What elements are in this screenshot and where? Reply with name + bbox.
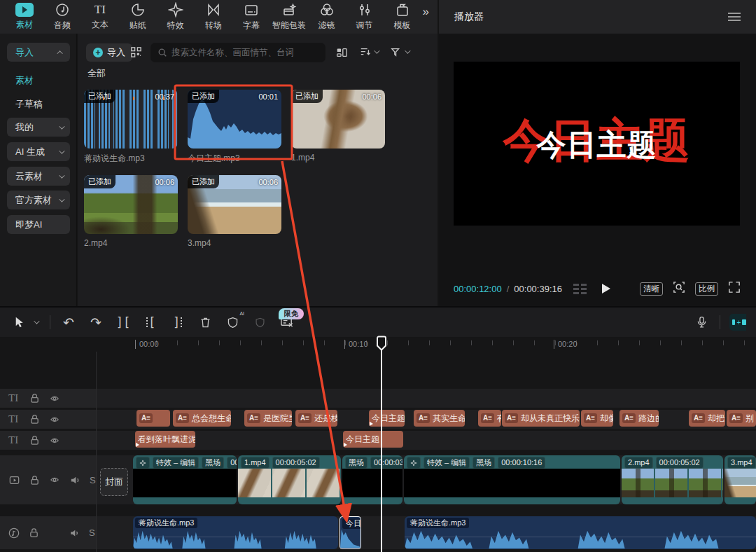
tab-smart-pack[interactable]: 智能包装 bbox=[270, 2, 308, 32]
solo-toggle[interactable]: S bbox=[90, 475, 96, 485]
video-clip-1mp4[interactable]: 1.mp400:00:05:02 bbox=[238, 455, 341, 504]
player-panel: 播放器 今日主题 今日主题 00:00:12:00 / 00:00:39:16 … bbox=[439, 0, 756, 306]
delete-button[interactable] bbox=[196, 313, 214, 331]
shield-icon[interactable] bbox=[251, 313, 269, 331]
media-item-video-1[interactable]: 已添加 00:06 1.mp4 bbox=[291, 90, 385, 163]
audio-clip[interactable]: 蒋勋说生命.mp3 bbox=[133, 516, 338, 549]
trim-right-button[interactable]: ] bbox=[169, 313, 187, 331]
chevron-up-icon bbox=[57, 50, 62, 56]
select-tool[interactable] bbox=[10, 313, 28, 331]
audio-clip[interactable]: 蒋勋说生命.mp3 bbox=[405, 516, 756, 549]
text-clip[interactable]: 今日主题 bbox=[369, 410, 405, 427]
search-box[interactable] bbox=[150, 43, 326, 62]
text-clip[interactable]: A≡ bbox=[136, 410, 170, 427]
eye-icon[interactable] bbox=[49, 475, 60, 485]
section-label-all[interactable]: 全部 bbox=[88, 67, 106, 80]
player-controls: 00:00:12:00 / 00:00:39:16 清晰 比例 bbox=[454, 279, 741, 298]
sidebar-item-jimeng-ai[interactable]: 即梦AI bbox=[7, 215, 70, 234]
select-tool-dropdown[interactable] bbox=[31, 313, 41, 331]
redo-button[interactable]: ↷ bbox=[87, 313, 105, 331]
media-item-video-3[interactable]: 已添加 00:06 3.mp4 bbox=[188, 175, 281, 248]
text-clip[interactable]: 今日主题 bbox=[343, 431, 403, 448]
toolbar-expand-icon[interactable]: » bbox=[421, 5, 431, 29]
tab-sticker[interactable]: 贴纸 bbox=[119, 2, 157, 32]
playhead-handle[interactable] bbox=[376, 336, 387, 351]
video-clip-effect[interactable]: 特效 – 编辑黑场00:0 bbox=[133, 455, 237, 504]
text-clip[interactable]: A≡是医院里 bbox=[244, 410, 292, 427]
text-clip[interactable]: A≡其实生命 bbox=[414, 410, 465, 427]
subtitle-badge-icon: A≡ bbox=[505, 413, 518, 423]
black-frames bbox=[133, 469, 237, 497]
speaker-icon[interactable] bbox=[69, 475, 80, 485]
speaker-icon[interactable] bbox=[69, 528, 80, 538]
video-clip-3mp4[interactable]: 3.mp4 bbox=[724, 455, 756, 504]
sidebar-item-official[interactable]: 官方素材 bbox=[7, 191, 70, 209]
solo-toggle[interactable]: S bbox=[89, 527, 95, 538]
captions-icon bbox=[244, 2, 259, 18]
qr-import-icon[interactable] bbox=[130, 46, 142, 61]
tab-audio[interactable]: 音频 bbox=[43, 2, 81, 32]
media-item-audio-2[interactable]: 已添加 00:01 今日主题.mp3 bbox=[188, 90, 281, 165]
text-clip[interactable]: A≡路边的野花 bbox=[620, 410, 659, 427]
sidebar-item-mine[interactable]: 我的 bbox=[7, 118, 70, 137]
lock-icon[interactable] bbox=[29, 475, 40, 485]
lock-icon[interactable] bbox=[29, 414, 40, 425]
lock-icon[interactable] bbox=[29, 393, 40, 403]
sidebar-item-material[interactable]: 素材 bbox=[15, 74, 34, 87]
text-clip[interactable]: A≡还是枝 bbox=[295, 410, 337, 427]
tab-templates[interactable]: 模板 bbox=[384, 2, 421, 32]
focus-zoom-icon[interactable] bbox=[672, 280, 686, 297]
cover-button[interactable]: 封面 bbox=[100, 468, 128, 496]
sidebar-item-ai-generate[interactable]: AI 生成 bbox=[7, 142, 70, 161]
eye-icon[interactable] bbox=[49, 394, 60, 403]
grid-view-icon[interactable] bbox=[335, 46, 348, 62]
text-clip[interactable]: A≡别 bbox=[727, 410, 756, 427]
search-input[interactable] bbox=[172, 48, 318, 57]
tab-captions[interactable]: 字幕 bbox=[232, 2, 270, 32]
preview-frames-icon[interactable] bbox=[573, 284, 587, 294]
menu-icon[interactable] bbox=[728, 13, 741, 21]
trim-left-button[interactable]: [ bbox=[141, 313, 160, 331]
fullscreen-icon[interactable] bbox=[727, 280, 741, 297]
time-ruler[interactable]: 00:00 00:10 00:20 bbox=[98, 338, 756, 352]
eye-icon[interactable] bbox=[49, 436, 60, 446]
play-button[interactable] bbox=[602, 284, 610, 294]
lock-icon[interactable] bbox=[29, 527, 39, 538]
sidebar-item-subdraft[interactable]: 子草稿 bbox=[15, 98, 43, 111]
tab-text[interactable]: TI 文本 bbox=[81, 3, 119, 31]
sidebar-item-cloud[interactable]: 云素材 bbox=[7, 167, 70, 186]
ratio-button[interactable]: 比例 bbox=[695, 282, 718, 296]
video-clip-2mp4[interactable]: 2.mp400:00:05:02 bbox=[622, 455, 723, 504]
tab-media[interactable]: 素材 bbox=[6, 3, 43, 31]
media-item-video-2[interactable]: 已添加 00:06 2.mp4 bbox=[84, 175, 178, 248]
video-clip-effect[interactable]: 特效 – 编辑黑场00:00:10:16 bbox=[404, 455, 620, 504]
tab-adjust[interactable]: 调节 bbox=[346, 2, 384, 32]
track-zoom-icon[interactable]: + bbox=[729, 314, 746, 331]
quality-button[interactable]: 清晰 bbox=[640, 282, 663, 296]
video-clip-black[interactable]: 黑场00:00:03:0 bbox=[342, 455, 402, 504]
tab-filters[interactable]: 滤镜 bbox=[308, 2, 346, 32]
text-clip[interactable]: A≡却像 bbox=[581, 410, 613, 427]
playhead-line[interactable] bbox=[381, 338, 382, 552]
audio-clip-selected[interactable]: 今日 bbox=[340, 516, 361, 549]
shield-ai-icon[interactable]: AI bbox=[223, 313, 241, 331]
import-button[interactable]: + 导入 bbox=[86, 43, 132, 62]
text-clip[interactable]: A≡却把全 bbox=[689, 410, 725, 427]
text-clip[interactable]: 看到落叶飘进泥土 bbox=[135, 431, 195, 448]
tab-effects[interactable]: 特效 bbox=[157, 2, 195, 32]
undo-button[interactable]: ↶ bbox=[59, 313, 78, 331]
media-item-audio-1[interactable]: 已添加 00:37 蒋勋说生命.mp3 bbox=[84, 90, 178, 165]
text-track-header-2: TI bbox=[0, 410, 96, 429]
eye-icon[interactable] bbox=[49, 415, 60, 425]
split-button[interactable]: ][ bbox=[114, 313, 132, 331]
text-clip[interactable]: A≡却从未真正快乐有 bbox=[502, 410, 580, 427]
lock-icon[interactable] bbox=[29, 435, 40, 446]
tab-transitions[interactable]: 转场 bbox=[195, 2, 232, 32]
filter-icon[interactable] bbox=[390, 46, 409, 57]
sort-icon[interactable] bbox=[359, 46, 378, 57]
chevron-down-icon bbox=[59, 148, 64, 153]
microphone-icon[interactable] bbox=[692, 313, 710, 331]
text-clip[interactable]: A≡总会想生命到 bbox=[173, 410, 231, 427]
text-clip[interactable]: A≡有 bbox=[478, 410, 501, 427]
sidebar-item-import[interactable]: 导入 bbox=[7, 43, 70, 62]
